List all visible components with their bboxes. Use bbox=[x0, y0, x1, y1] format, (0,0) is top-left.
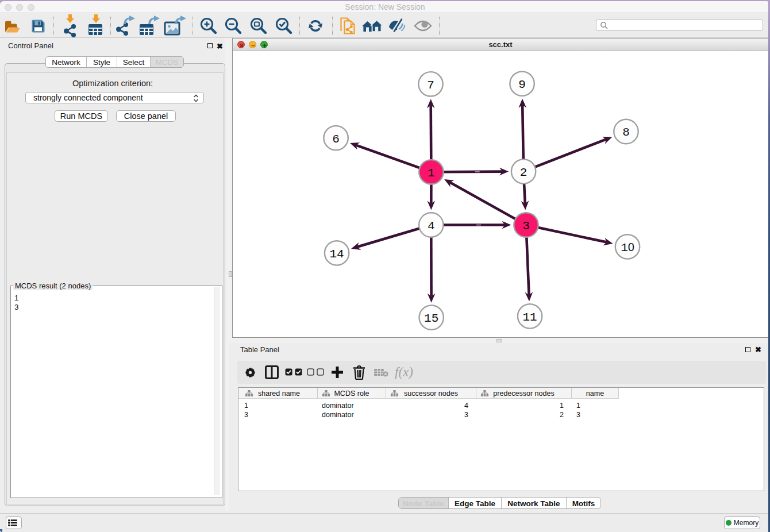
svg-text:3: 3 bbox=[522, 219, 530, 233]
svg-text:11: 11 bbox=[522, 311, 537, 324]
svg-text:4: 4 bbox=[428, 219, 435, 233]
svg-text:14: 14 bbox=[329, 248, 344, 261]
svg-text:7: 7 bbox=[427, 79, 434, 92]
svg-text:6: 6 bbox=[332, 133, 340, 146]
svg-text:2: 2 bbox=[520, 166, 528, 179]
svg-text:10: 10 bbox=[621, 241, 634, 255]
svg-text:8: 8 bbox=[622, 126, 630, 139]
svg-text:1: 1 bbox=[428, 167, 435, 180]
svg-text:9: 9 bbox=[518, 78, 526, 91]
svg-text:15: 15 bbox=[424, 312, 438, 325]
